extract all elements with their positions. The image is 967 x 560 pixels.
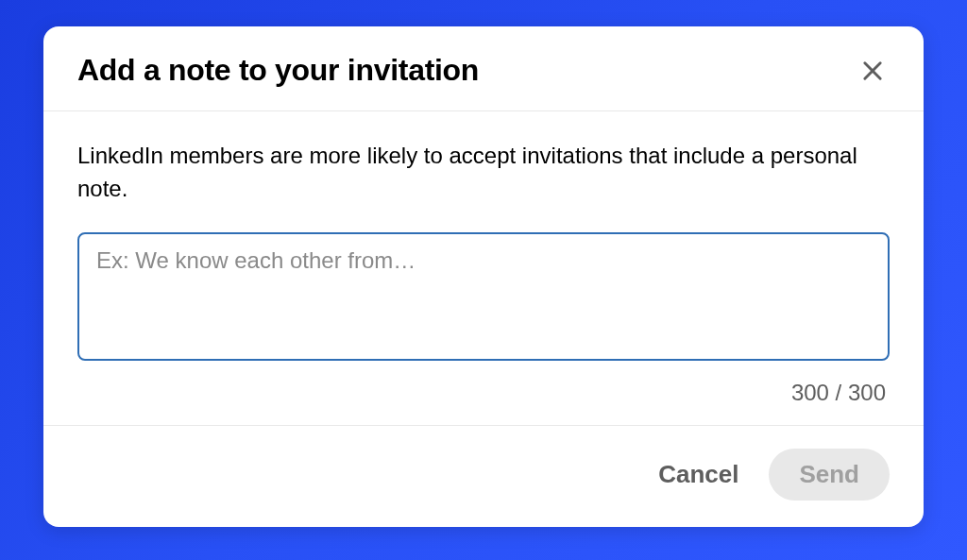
modal-footer: Cancel Send [43,425,924,527]
invitation-note-modal: Add a note to your invitation LinkedIn m… [43,26,924,527]
char-counter: 300 / 300 [77,380,890,406]
modal-body: LinkedIn members are more likely to acce… [43,111,924,425]
note-input[interactable] [77,232,890,361]
close-button[interactable] [856,54,890,88]
modal-header: Add a note to your invitation [43,26,924,111]
close-icon [859,58,886,84]
cancel-button[interactable]: Cancel [651,450,746,499]
send-button[interactable]: Send [769,449,890,501]
modal-title: Add a note to your invitation [77,53,479,88]
modal-description: LinkedIn members are more likely to acce… [77,140,890,206]
